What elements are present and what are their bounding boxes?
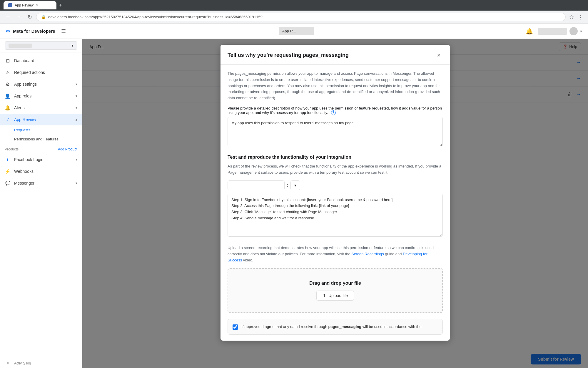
sidebar-item-app-settings[interactable]: ⚙ App settings ▾ [0, 78, 82, 90]
required-actions-icon: ⚠ [5, 69, 11, 75]
sub-item-label: Permissions and Features [14, 137, 59, 141]
sidebar-item-label: App settings [14, 82, 72, 87]
description-textarea[interactable]: My app uses this permission to respond t… [228, 117, 443, 146]
agreement-checkbox[interactable] [233, 324, 238, 330]
dropzone-title: Drag and drop your file [234, 281, 436, 286]
chevron-up-icon: ▴ [76, 117, 77, 122]
sidebar: ▾ ⊞ Dashboard ⚠ Required actions ⚙ App s… [0, 39, 82, 368]
sidebar-footer: ≡ Activity log ≡ Activity log [0, 355, 82, 368]
agreement-permission: pages_messaging [328, 324, 362, 329]
sidebar-item-app-review[interactable]: ✓ App Review ▴ [0, 114, 82, 125]
lock-icon: 🔒 [41, 15, 46, 19]
tab-close-button[interactable]: × [36, 3, 38, 8]
dashboard-icon: ⊞ [5, 58, 11, 64]
sidebar-item-label: Required actions [14, 70, 77, 75]
app-tab[interactable]: App R... [279, 27, 314, 35]
browser-tab[interactable]: App Review × [4, 1, 56, 9]
sidebar-item-alerts[interactable]: 🔔 Alerts ▾ [0, 102, 82, 114]
sidebar-item-label: App Review [14, 117, 72, 122]
dropdown-arrow-icon[interactable]: ▾ [580, 29, 582, 34]
app-selector-button[interactable]: ▾ [5, 41, 77, 50]
video-text: video. [243, 258, 253, 262]
agreement-section: If approved, I agree that any data I rec… [228, 319, 443, 335]
sidebar-item-label: Messenger [14, 181, 72, 185]
sidebar-item-required-actions[interactable]: ⚠ Required actions [0, 67, 82, 78]
app-settings-icon: ⚙ [5, 81, 11, 87]
sidebar-item-label: Alerts [14, 105, 72, 110]
user-avatar [569, 27, 578, 35]
alerts-icon: 🔔 [5, 105, 11, 111]
sidebar-item-label: Dashboard [14, 58, 77, 63]
sidebar-sub-item-permissions[interactable]: Permissions and Features [0, 135, 82, 144]
activity-log-section-icon: ≡ [5, 360, 11, 366]
modal-title: Tell us why you're requesting pages_mess… [228, 52, 349, 58]
modal-header: Tell us why you're requesting pages_mess… [220, 45, 450, 65]
sidebar-item-dashboard[interactable]: ⊞ Dashboard [0, 55, 82, 67]
sidebar-navigation: ⊞ Dashboard ⚠ Required actions ⚙ App set… [0, 52, 82, 355]
reload-button[interactable]: ↻ [26, 13, 34, 21]
add-product-link[interactable]: Add Product [58, 147, 77, 151]
description-label: Please provide a detailed description of… [228, 106, 443, 115]
address-bar[interactable]: 🔒 developers.facebook.com/apps/252150275… [36, 13, 566, 21]
sidebar-item-webhooks[interactable]: ⚡ Webhooks [0, 165, 82, 177]
upload-icon: ⬆ [323, 293, 326, 298]
main-content: App D... ❓ Help → → 🗑 → [82, 39, 588, 368]
hamburger-button[interactable]: ☰ [60, 27, 67, 36]
screen-recordings-link[interactable]: Screen Recordings [351, 252, 384, 256]
sidebar-item-facebook-login[interactable]: f Facebook Login ▾ [0, 154, 82, 165]
help-tooltip-icon[interactable]: ? [331, 110, 336, 115]
menu-button[interactable]: ⋮ [577, 13, 584, 21]
upload-btn-label: Upload file [328, 293, 348, 298]
app-name-placeholder [9, 44, 32, 48]
bookmark-button[interactable]: ☆ [568, 13, 575, 21]
agreement-text-before: If approved, I agree that any data I rec… [241, 324, 328, 329]
steps-textarea[interactable]: Step 1: Sign in to Facebook by this acco… [228, 194, 443, 237]
notification-bell[interactable]: 🔔 [526, 28, 533, 35]
chevron-down-icon: ▾ [76, 106, 77, 110]
back-button[interactable]: ← [4, 13, 12, 21]
browser-actions: ☆ ⋮ [568, 13, 584, 21]
upload-desc: Upload a screen recording that demonstra… [228, 245, 443, 263]
upload-dropzone: Drag and drop your file ⬆ Upload file [228, 268, 443, 313]
agreement-text-after: will be used in accordance with the [361, 324, 422, 329]
modal-overlay: Tell us why you're requesting pages_mess… [82, 39, 588, 368]
app-layout: ▾ ⊞ Dashboard ⚠ Required actions ⚙ App s… [0, 39, 588, 368]
meta-logo: ∞ Meta for Developers [6, 28, 55, 34]
facebook-login-icon: f [5, 157, 11, 163]
sidebar-sub-item-requests[interactable]: Requests [0, 125, 82, 135]
sidebar-item-app-roles[interactable]: 👤 App roles ▾ [0, 90, 82, 102]
upload-file-button[interactable]: ⬆ Upload file [316, 291, 354, 301]
browser-toolbar: ← → ↻ 🔒 developers.facebook.com/apps/252… [0, 11, 588, 24]
app-selector-chevron-icon: ▾ [71, 43, 74, 48]
account-input[interactable] [228, 180, 285, 190]
colon-separator: : [287, 183, 288, 188]
app-selector: ▾ [0, 39, 82, 52]
user-name [538, 28, 567, 35]
modal-body: The pages_messaging permission allows yo… [220, 65, 450, 341]
meta-logo-text: Meta for Developers [13, 29, 55, 34]
sub-item-label: Requests [14, 128, 30, 132]
agreement-text: If approved, I agree that any data I rec… [241, 324, 422, 330]
new-tab-button[interactable]: + [59, 2, 62, 9]
guide-text: guide and [385, 252, 402, 256]
sidebar-item-label: App roles [14, 94, 72, 98]
sidebar-item-label: Webhooks [14, 169, 77, 174]
meta-icon: ∞ [6, 28, 10, 34]
dropdown-arrow-icon: ▾ [294, 183, 296, 188]
products-label: Products [5, 147, 19, 151]
sidebar-item-activity-log-1[interactable]: ≡ Activity log [0, 357, 82, 368]
top-bar: ∞ Meta for Developers ☰ App R... 🔔 ▾ [0, 24, 588, 39]
products-section: Products Add Product [0, 145, 82, 154]
app-review-icon: ✓ [5, 117, 11, 122]
permission-info-text: The pages_messaging permission allows yo… [228, 71, 443, 101]
forward-button[interactable]: → [15, 13, 24, 21]
sidebar-item-label: Facebook Login [14, 157, 72, 162]
tab-title: App Review [15, 3, 34, 7]
app-roles-icon: 👤 [5, 93, 11, 99]
account-dropdown[interactable]: ▾ [290, 180, 300, 190]
test-section-title: Test and reproduce the functionality of … [228, 155, 443, 160]
webhooks-icon: ⚡ [5, 168, 11, 174]
sidebar-item-messenger[interactable]: 💬 Messenger ▾ [0, 177, 82, 189]
modal-close-button[interactable]: × [435, 51, 443, 60]
test-section-desc: As part of the review process, we will c… [228, 163, 443, 176]
